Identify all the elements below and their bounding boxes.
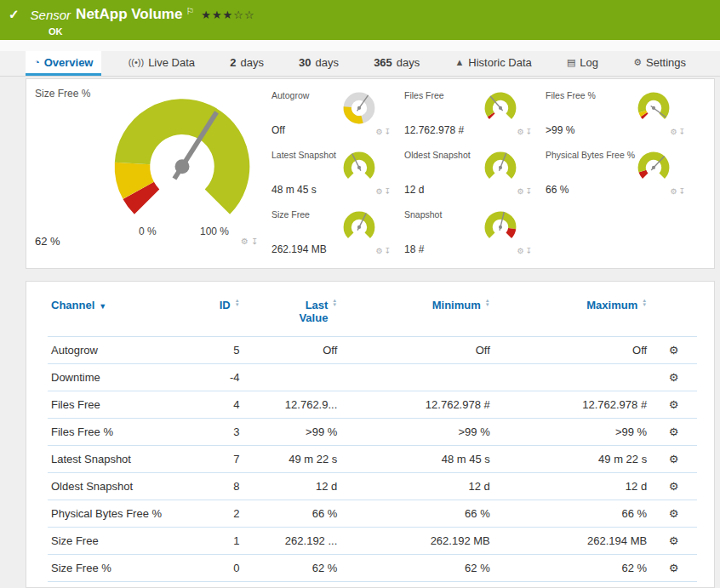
tab-settings[interactable]: ⚙Settings	[625, 51, 694, 76]
column-header-label: ID	[220, 299, 231, 311]
mini-gauge-files-free: Files Free12.762.978 #⚙↧	[404, 88, 537, 142]
tab-2-days[interactable]: 2days	[221, 51, 272, 76]
column-header-max[interactable]: Maximum▲▼	[494, 290, 650, 337]
primary-gauge-title: Size Free %	[35, 88, 90, 100]
tab-live-data[interactable]: ((•))Live Data	[120, 51, 203, 76]
tab-label: days	[316, 56, 339, 69]
maximum-value: 66 %	[494, 500, 650, 528]
column-header-min[interactable]: Minimum▲▼	[340, 290, 493, 337]
table-row: Downtime-4⚙	[48, 364, 697, 391]
gear-icon[interactable]: ⚙	[517, 247, 525, 255]
last-value: 18 #	[243, 582, 341, 588]
pin-icon[interactable]: ↧	[384, 187, 392, 196]
tab-overview[interactable]: ◔Overview	[26, 51, 101, 76]
table-row: Size Free1262.192 ...262.192 MB262.194 M…	[48, 528, 697, 555]
status-check-icon: ✓	[9, 7, 20, 22]
minimum-value: 62 %	[340, 555, 493, 582]
channel-id: 2	[192, 500, 243, 528]
pin-icon[interactable]: ↧	[678, 187, 687, 196]
mini-gauge-dial	[481, 147, 520, 186]
gear-icon[interactable]: ⚙	[241, 237, 251, 246]
tab-30-days[interactable]: 30days	[290, 51, 347, 76]
column-header-label: Last Value	[289, 299, 328, 324]
channel-id: 4	[192, 391, 243, 419]
flag-icon[interactable]: ⚐	[186, 6, 194, 17]
gauge-min-label: 0 %	[139, 225, 157, 237]
maximum-value: 262.194 MB	[494, 528, 650, 555]
column-header-id[interactable]: ID▲▼	[192, 290, 243, 337]
tab-label: days	[397, 56, 420, 69]
sort-icon: ▲▼	[485, 299, 490, 307]
maximum-value: 12.762.978 #	[494, 391, 650, 419]
channel-settings-gear-icon[interactable]: ⚙	[669, 562, 679, 574]
channel-settings-gear-icon[interactable]: ⚙	[669, 371, 679, 384]
mini-gauge-value: 12.762.978 #	[404, 124, 464, 136]
channel-settings-gear-icon[interactable]: ⚙	[669, 480, 679, 493]
sensor-kind-label: Sensor	[31, 8, 71, 22]
sort-icon: ▲▼	[642, 299, 647, 307]
gear-icon[interactable]: ⚙	[375, 247, 384, 255]
primary-gauge-value: 62 %	[35, 235, 60, 248]
gear-icon[interactable]: ⚙	[517, 187, 525, 196]
minimum-value: 48 m 45 s	[340, 446, 493, 473]
mini-gauge-actions: ⚙↧	[670, 128, 687, 136]
channel-settings-gear-icon[interactable]: ⚙	[669, 344, 679, 357]
mini-gauge-actions: ⚙↧	[375, 247, 392, 255]
mini-gauge-value: 18 #	[404, 243, 424, 255]
tab-label: Settings	[646, 56, 686, 69]
sensor-header: ✓ Sensor NetApp Volume ⚐ ★★★☆☆ OK	[0, 0, 720, 40]
table-row: Autogrow5OffOffOff⚙	[48, 337, 697, 364]
priority-stars[interactable]: ★★★☆☆	[201, 9, 254, 21]
pin-icon[interactable]: ↧	[251, 237, 260, 246]
column-header-actions	[650, 290, 697, 337]
gear-icon[interactable]: ⚙	[375, 187, 384, 196]
channel-name: Downtime	[48, 364, 192, 391]
gear-icon[interactable]: ⚙	[517, 128, 525, 136]
channel-name: Latest Snapshot	[48, 446, 192, 473]
pin-icon[interactable]: ↧	[525, 187, 534, 196]
mini-gauge-actions: ⚙↧	[517, 247, 534, 255]
historic-data-icon: ▲	[454, 57, 464, 67]
pin-icon[interactable]: ↧	[384, 247, 392, 255]
channel-settings-gear-icon[interactable]: ⚙	[669, 425, 679, 438]
channel-name: Files Free %	[48, 419, 192, 446]
pin-icon[interactable]: ↧	[384, 128, 392, 136]
tab-number: 30	[299, 56, 311, 69]
gear-icon[interactable]: ⚙	[670, 187, 678, 196]
last-value: 12.762.9...	[243, 391, 341, 419]
table-row: Oldest Snapshot812 d12 d12 d⚙	[48, 473, 697, 500]
tab-365-days[interactable]: 365days	[365, 51, 428, 76]
channel-settings-gear-icon[interactable]: ⚙	[669, 398, 679, 411]
mini-gauge-physical-bytes-free-pct: Physical Bytes Free %66 %⚙↧	[546, 147, 690, 202]
channel-id: 6	[192, 582, 243, 588]
minimum-value: 262.192 MB	[340, 528, 493, 555]
channel-id: 5	[192, 337, 243, 364]
live-data-icon: ((•))	[129, 57, 145, 67]
pin-icon[interactable]: ↧	[678, 128, 687, 136]
mini-gauge-value: 12 d	[404, 184, 424, 196]
tab-log[interactable]: ▤Log	[558, 51, 607, 76]
channel-settings-cell: ⚙	[650, 500, 697, 528]
channel-settings-cell: ⚙	[650, 473, 697, 500]
channel-id: -4	[192, 364, 243, 391]
mini-gauge-dial	[634, 88, 673, 127]
last-value: 62 %	[243, 555, 341, 582]
channel-settings-gear-icon[interactable]: ⚙	[669, 453, 679, 465]
mini-gauge-value: >99 %	[546, 124, 574, 136]
pin-icon[interactable]: ↧	[525, 128, 534, 136]
mini-gauge-actions: ⚙↧	[375, 128, 392, 136]
mini-gauge-files-free-pct: Files Free %>99 %⚙↧	[546, 88, 690, 142]
mini-gauge-value: 66 %	[546, 184, 569, 196]
channel-settings-gear-icon[interactable]: ⚙	[669, 507, 679, 520]
tab-historic-data[interactable]: ▲Historic Data	[446, 51, 540, 76]
mini-gauge-actions: ⚙↧	[517, 187, 534, 196]
channel-settings-gear-icon[interactable]: ⚙	[669, 534, 679, 547]
chevron-down-icon: ▼	[99, 302, 106, 311]
gear-icon[interactable]: ⚙	[375, 128, 384, 136]
table-row: Physical Bytes Free %266 %66 %66 %⚙	[48, 500, 697, 528]
gear-icon[interactable]: ⚙	[670, 128, 678, 136]
column-header-channel[interactable]: Channel▼	[48, 290, 192, 337]
pin-icon[interactable]: ↧	[525, 247, 534, 255]
mini-gauge-value: Off	[271, 124, 285, 136]
column-header-last[interactable]: Last Value▲▼	[243, 290, 341, 337]
